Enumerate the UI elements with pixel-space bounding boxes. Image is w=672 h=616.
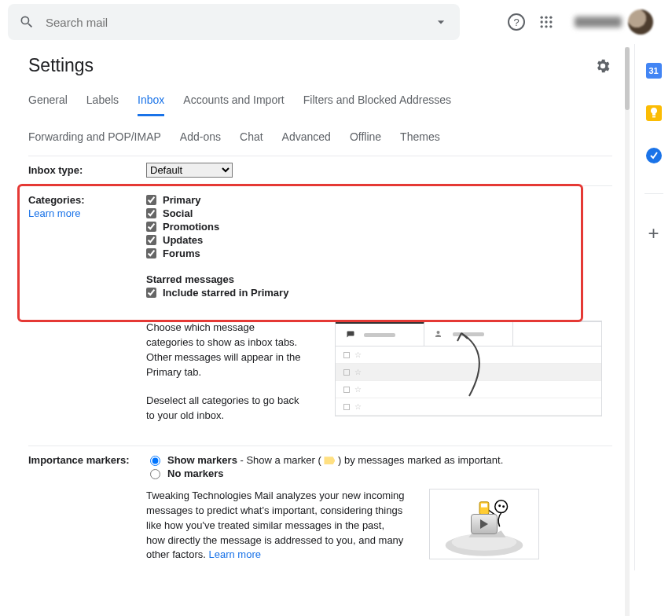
calendar-icon[interactable]: 31 xyxy=(646,63,662,79)
setting-label-importance: Importance markers: xyxy=(28,453,146,563)
account-name-redacted xyxy=(575,16,622,28)
help-icon[interactable]: ? xyxy=(507,13,526,31)
tab-filters-and-blocked-addresses[interactable]: Filters and Blocked Addresses xyxy=(303,94,451,116)
illustration-row: ☆ xyxy=(336,346,601,364)
svg-point-1 xyxy=(541,16,543,19)
checkbox-category-promotions-label: Promotions xyxy=(163,221,219,233)
checkbox-include-starred-label: Include starred in Primary xyxy=(163,287,288,299)
checkbox-category-forums[interactable] xyxy=(146,248,156,258)
importance-learn-more-link[interactable]: Learn more xyxy=(208,548,260,560)
setting-row-importance: Importance markers: Show markers - Show … xyxy=(28,446,612,570)
radio-no-markers-label: No markers xyxy=(167,468,224,479)
inbox-type-select[interactable]: Default xyxy=(146,163,233,178)
gear-icon[interactable] xyxy=(593,57,612,75)
svg-point-5 xyxy=(545,20,547,23)
importance-marker-icon xyxy=(324,456,335,464)
account-chip[interactable] xyxy=(567,7,658,37)
inbox-tabs-illustration: ☆ ☆ ☆ ☆ xyxy=(335,321,602,416)
tab-accounts-and-import[interactable]: Accounts and Import xyxy=(183,94,284,116)
setting-label-categories: Categories: Learn more xyxy=(28,192,146,438)
tab-general[interactable]: General xyxy=(28,94,68,116)
illustration-row: ☆ xyxy=(336,364,601,381)
svg-text:?: ? xyxy=(513,16,519,28)
svg-point-15 xyxy=(502,505,505,508)
radio-no-markers[interactable] xyxy=(150,469,160,479)
checkbox-category-social-label: Social xyxy=(163,207,193,219)
setting-row-inbox-type: Inbox type: Default xyxy=(28,156,612,186)
search-icon xyxy=(17,13,36,31)
header-actions: ? xyxy=(507,7,658,37)
svg-point-9 xyxy=(549,25,552,28)
checkbox-category-promotions[interactable] xyxy=(146,222,156,232)
svg-point-13 xyxy=(495,500,508,513)
importance-description: Tweaking Technologies Mail analyzes your… xyxy=(146,489,406,563)
svg-point-3 xyxy=(549,16,552,19)
scrollbar[interactable] xyxy=(625,47,630,616)
svg-point-7 xyxy=(541,25,543,28)
tab-inbox[interactable]: Inbox xyxy=(138,94,164,116)
svg-point-8 xyxy=(545,25,547,28)
illustration-tab-primary xyxy=(336,321,424,346)
search-box[interactable] xyxy=(8,4,460,40)
categories-learn-more-link[interactable]: Learn more xyxy=(28,207,146,219)
importance-video-thumbnail[interactable] xyxy=(429,489,539,559)
illustration-row: ☆ xyxy=(336,398,601,416)
illustration-tab-blank xyxy=(513,321,601,346)
side-panel-divider xyxy=(644,193,663,194)
tab-advanced[interactable]: Advanced xyxy=(282,130,331,151)
checkbox-category-social[interactable] xyxy=(146,208,156,218)
add-addon-button[interactable]: + xyxy=(648,224,659,243)
tab-add-ons[interactable]: Add-ons xyxy=(180,130,221,151)
tab-labels[interactable]: Labels xyxy=(86,94,119,116)
radio-show-markers[interactable] xyxy=(150,456,160,466)
radio-show-markers-label: Show markers - Show a marker ( ) by mess… xyxy=(167,454,503,466)
illustration-tab-other xyxy=(424,321,513,346)
settings-header: Settings xyxy=(28,55,612,76)
apps-grid-icon[interactable] xyxy=(537,13,556,31)
tab-themes[interactable]: Themes xyxy=(400,130,440,151)
avatar xyxy=(628,9,653,35)
settings-panel: Settings GeneralLabelsInboxAccounts and … xyxy=(0,44,634,570)
setting-label-inbox-type: Inbox type: xyxy=(28,163,146,178)
svg-point-6 xyxy=(549,20,552,23)
page-title: Settings xyxy=(28,55,94,76)
svg-rect-17 xyxy=(481,504,487,508)
categories-help-text: Choose which message categories to show … xyxy=(146,321,303,438)
setting-row-categories: Categories: Learn more PrimarySocialProm… xyxy=(28,186,612,446)
checkbox-category-primary-label: Primary xyxy=(163,194,200,206)
search-options-dropdown[interactable] xyxy=(431,13,450,31)
svg-point-14 xyxy=(498,504,501,507)
svg-point-2 xyxy=(545,16,547,19)
tasks-icon[interactable] xyxy=(646,148,662,163)
illustration-row: ☆ xyxy=(336,381,601,398)
checkbox-category-forums-label: Forums xyxy=(163,248,200,259)
tab-forwarding-and-pop-imap[interactable]: Forwarding and POP/IMAP xyxy=(28,130,161,151)
checkbox-category-updates[interactable] xyxy=(146,235,156,245)
side-panel: 31 + xyxy=(634,44,672,570)
settings-tabs: GeneralLabelsInboxAccounts and ImportFil… xyxy=(28,94,612,151)
people-icon xyxy=(434,329,445,339)
checkbox-category-primary[interactable] xyxy=(146,195,156,205)
svg-point-10 xyxy=(437,331,440,334)
checkbox-include-starred[interactable] xyxy=(146,288,156,298)
search-input[interactable] xyxy=(44,15,431,30)
play-icon xyxy=(471,514,498,534)
checkbox-category-updates-label: Updates xyxy=(163,234,203,246)
keep-icon[interactable] xyxy=(646,105,662,121)
tab-offline[interactable]: Offline xyxy=(350,130,381,151)
svg-point-4 xyxy=(541,20,543,23)
tab-chat[interactable]: Chat xyxy=(240,130,263,151)
inbox-icon xyxy=(345,330,356,339)
app-header: ? xyxy=(0,0,672,44)
starred-messages-heading: Starred messages xyxy=(146,273,612,285)
main-area: Settings GeneralLabelsInboxAccounts and … xyxy=(0,44,672,570)
